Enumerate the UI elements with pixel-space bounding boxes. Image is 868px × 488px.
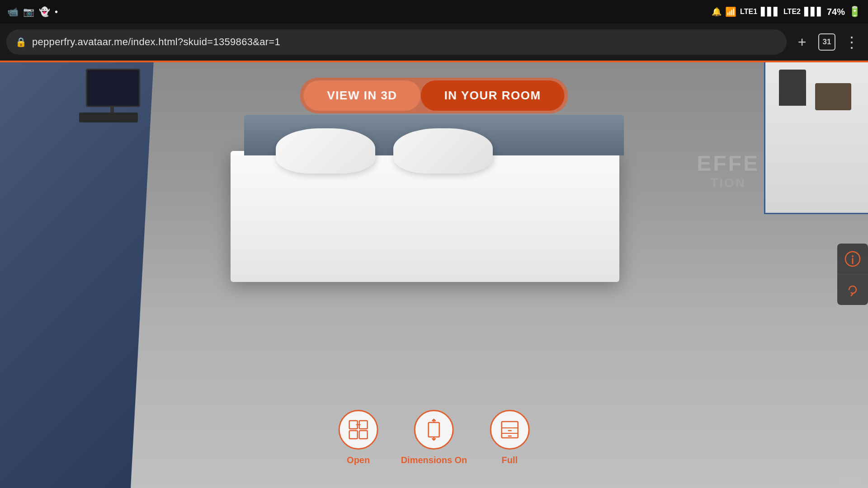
bed-area (0, 115, 658, 282)
snapchat-icon: 👻 (39, 6, 50, 17)
pillow-left (276, 128, 375, 174)
video-camera-icon: 📹 (7, 6, 19, 17)
url-text: pepperfry.avataar.me/index.html?skuid=13… (32, 36, 280, 48)
dot-icon: • (55, 7, 58, 17)
status-bar: 📹 📷 👻 • 🔔 📶 LTE1 ▋▋▋ LTE2 ▋▋▋ 74% 🔋 (0, 0, 658, 23)
ar-progress-bar (0, 61, 658, 62)
main-content: EFFE TION VIEW IN 3D IN YOUR ROOM (0, 61, 658, 369)
address-bar[interactable]: 🔒 pepperfry.avataar.me/index.html?skuid=… (6, 29, 658, 55)
lock-icon: 🔒 (15, 37, 27, 47)
pillow-right (393, 128, 493, 174)
bed-with-headboard (231, 115, 637, 282)
camera-icon: 📷 (23, 6, 34, 17)
computer-monitor (86, 69, 140, 107)
status-bar-left: 📹 📷 👻 • (7, 6, 58, 17)
view-3d-button[interactable]: VIEW IN 3D (303, 80, 420, 111)
background-scene: EFFE TION VIEW IN 3D IN YOUR ROOM (0, 61, 658, 369)
view-ar-button[interactable]: IN YOUR ROOM (421, 80, 565, 111)
view-toggle-container: VIEW IN 3D IN YOUR ROOM (300, 78, 568, 113)
browser-bar: 🔒 pepperfry.avataar.me/index.html?skuid=… (0, 23, 658, 61)
